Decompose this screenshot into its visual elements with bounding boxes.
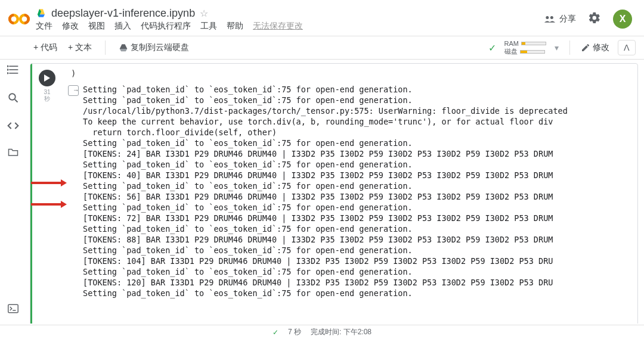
disk-label: 磁盘: [504, 48, 518, 55]
svg-marker-20: [44, 74, 50, 82]
svg-marker-9: [120, 49, 128, 51]
add-code-button[interactable]: + 代码: [33, 42, 57, 53]
connected-check-icon: ✓: [488, 42, 496, 54]
menu-help[interactable]: 帮助: [227, 21, 243, 32]
output-gutter[interactable]: [64, 84, 83, 298]
menu-insert[interactable]: 插入: [114, 21, 131, 32]
run-button[interactable]: [39, 70, 55, 86]
cell-gutter: 31秒: [30, 64, 64, 324]
header: deepslayer-v1-inference.ipynb ☆ 文件 修改 视图…: [0, 0, 644, 36]
svg-point-14: [7, 69, 8, 70]
svg-rect-18: [8, 304, 18, 313]
separator2: [569, 41, 570, 55]
left-rail: [0, 60, 26, 324]
toolbar: + 代码 + 文本 复制到云端硬盘 ✓ RAM 磁盘 ▾ 修改 ᐱ: [0, 36, 644, 60]
edit-mode-button[interactable]: 修改: [581, 42, 609, 53]
chevron-up-button[interactable]: ᐱ: [618, 40, 636, 55]
drive-small-icon: [119, 43, 128, 52]
status-completed: 完成时间: 下午2:08: [311, 327, 371, 337]
folder-icon[interactable]: [8, 147, 18, 160]
search-icon[interactable]: [8, 92, 18, 106]
copy-to-drive-label: 复制到云端硬盘: [131, 42, 189, 53]
menu-runtime[interactable]: 代码执行程序: [141, 21, 191, 32]
code-cell[interactable]: 31秒 ) Setting `pad_token_id` to `eos_tok…: [30, 63, 638, 324]
gear-icon[interactable]: [588, 11, 601, 27]
terminal-icon[interactable]: [8, 304, 18, 316]
output-section: Setting `pad_token_id` to `eos_token_id`…: [64, 79, 637, 298]
avatar[interactable]: X: [613, 10, 632, 29]
notebook-title[interactable]: deepslayer-v1-inference.ipynb: [51, 7, 195, 20]
status-check-icon: ✓: [273, 328, 278, 337]
code-snippets-icon[interactable]: [7, 120, 19, 133]
menu-file[interactable]: 文件: [36, 21, 52, 32]
pencil-icon: [581, 43, 590, 52]
add-text-button[interactable]: + 文本: [68, 42, 92, 53]
notebook-main: 31秒 ) Setting `pad_token_id` to `eos_tok…: [26, 60, 642, 324]
svg-marker-8: [120, 44, 128, 49]
ram-label: RAM: [504, 40, 519, 48]
svg-point-16: [9, 94, 16, 100]
svg-point-13: [7, 66, 8, 67]
output-expand-icon[interactable]: [68, 85, 79, 96]
copy-to-drive-button[interactable]: 复制到云端硬盘: [119, 42, 189, 53]
colab-logo[interactable]: [7, 7, 31, 31]
exec-time: 31秒: [44, 89, 50, 102]
svg-point-6: [546, 16, 549, 19]
svg-point-15: [7, 73, 8, 74]
star-icon[interactable]: ☆: [200, 8, 208, 19]
status-runtime: 7 秒: [288, 327, 301, 337]
separator: [105, 41, 106, 55]
edit-label: 修改: [593, 42, 609, 53]
ram-bar: [521, 42, 546, 45]
disk-bar: [520, 50, 545, 54]
menubar: 文件 修改 视图 插入 代码执行程序 工具 帮助 无法保存更改: [36, 21, 544, 32]
share-button[interactable]: 分享: [544, 14, 576, 24]
code-area[interactable]: ): [64, 64, 637, 79]
resource-indicator[interactable]: RAM 磁盘: [504, 40, 546, 55]
output-text[interactable]: Setting `pad_token_id` to `eos_token_id`…: [83, 84, 637, 298]
avatar-letter: X: [620, 14, 626, 24]
menu-save-disabled: 无法保存更改: [253, 21, 303, 32]
status-bar: ✓ 7 秒 完成时间: 下午2:08: [0, 325, 644, 339]
toc-icon[interactable]: [7, 64, 19, 78]
drive-icon: [36, 8, 47, 18]
share-label: 分享: [559, 14, 576, 24]
menu-edit[interactable]: 修改: [62, 21, 79, 32]
menu-view[interactable]: 视图: [88, 21, 105, 32]
share-icon: [544, 15, 556, 23]
menu-tools[interactable]: 工具: [200, 21, 217, 32]
resource-dropdown-icon[interactable]: ▾: [555, 43, 559, 52]
svg-line-17: [15, 99, 18, 102]
title-area: deepslayer-v1-inference.ipynb ☆ 文件 修改 视图…: [36, 7, 544, 32]
svg-point-7: [550, 16, 553, 19]
